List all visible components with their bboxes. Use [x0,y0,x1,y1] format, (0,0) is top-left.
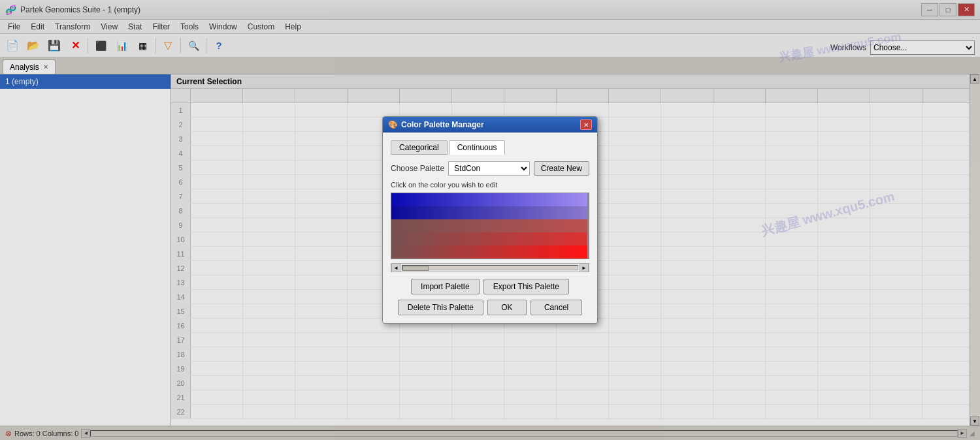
choose-palette-label: Choose Palette [391,164,444,173]
color-grid-canvas[interactable] [391,193,587,259]
tab-continuous-label: Continuous [457,143,497,152]
delete-palette-button[interactable]: Delete This Palette [398,300,483,315]
cancel-button[interactable]: Cancel [531,300,582,315]
dialog-content: Categorical Continuous Choose Palette St… [383,133,597,323]
create-new-button[interactable]: Create New [534,161,589,176]
ok-button[interactable]: OK [487,300,527,315]
dialog-titlebar: 🎨 Color Palette Manager ✕ [383,117,597,133]
export-palette-button[interactable]: Export This Palette [483,279,569,294]
palette-select[interactable]: StdCon Rainbow Heat Terrain Topo [448,161,530,176]
color-hint: Click on the color you wish to edit [391,181,589,189]
dialog-title: Color Palette Manager [401,120,580,129]
watermark-2: 兴趣屋 www.xqu5.com [777,29,902,66]
dialog-icon: 🎨 [388,120,397,129]
tab-categorical[interactable]: Categorical [391,140,448,155]
import-palette-button[interactable]: Import Palette [411,279,480,294]
palette-scroll-thumb[interactable] [402,266,429,271]
bottom-buttons-row: Delete This Palette OK Cancel [391,300,589,315]
palette-scrollbar: ◄ ► [391,263,589,272]
color-grid-container [391,193,589,259]
palette-scroll-right[interactable]: ► [580,263,589,272]
dialog-tabs: Categorical Continuous [391,140,589,155]
color-palette-dialog: 🎨 Color Palette Manager ✕ Categorical Co… [382,116,598,324]
dialog-close-button[interactable]: ✕ [580,119,592,130]
import-export-row: Import Palette Export This Palette [391,279,589,294]
palette-scroll-track [402,265,578,270]
modal-overlay: 兴趣屋 www.xqu5.com 🎨 Color Palette Manager… [0,0,980,440]
tab-continuous[interactable]: Continuous [449,140,506,155]
choose-palette-row: Choose Palette StdCon Rainbow Heat Terra… [391,161,589,176]
tab-categorical-label: Categorical [399,143,439,152]
palette-scroll-left[interactable]: ◄ [391,263,400,272]
